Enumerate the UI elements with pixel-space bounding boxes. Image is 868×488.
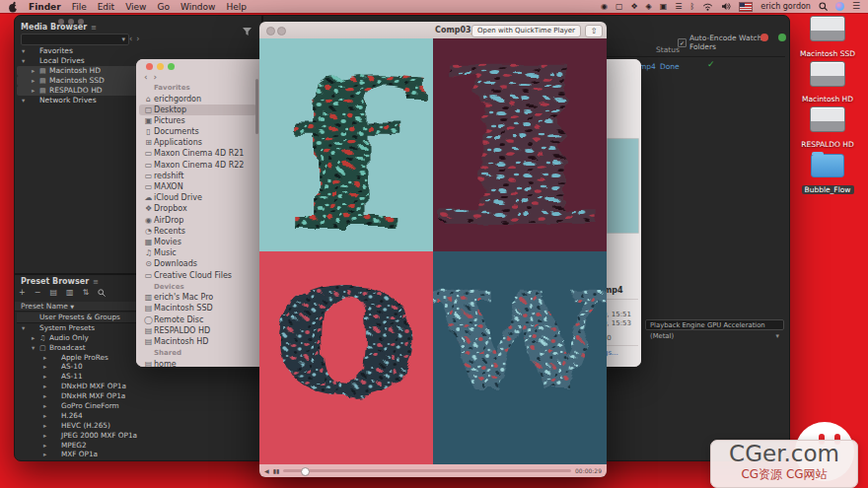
preset-row[interactable]: ▸HEVC (H.265) [17,421,259,431]
record-icon[interactable]: ◉ [601,3,608,11]
pause-icon[interactable]: ▮▮ [273,467,280,474]
remove-preset-icon[interactable]: − [35,288,41,297]
sidebar-item[interactable]: ▤Macintosh SSD [139,303,256,314]
new-group-icon[interactable]: ▤ [49,288,57,297]
preset-browser-panel-title[interactable]: Preset Browser≡ [21,277,99,286]
display-icon[interactable]: ▢ [615,3,623,11]
wifi-icon[interactable] [702,2,713,11]
sidebar-item[interactable]: ♫Music [139,247,256,258]
sidebar-item[interactable]: ⌂erichgordon [139,94,256,105]
menu-item[interactable]: View [125,2,146,12]
playback-engine-dropdown[interactable]: Playback Engine GPU Acceleration (Metal)… [645,319,784,330]
preset-row[interactable]: ▸JPEG 2000 MXF OP1a [17,431,259,441]
sidebar-item[interactable]: ⊞Applications [139,137,256,148]
sidebar-item[interactable]: ▭Creative Cloud Files [139,270,256,281]
search-icon[interactable] [819,2,828,11]
apple-menu[interactable] [8,1,18,13]
sidebar-item[interactable]: ◉AirDrop [139,215,256,226]
sidebar-item[interactable]: ▢Desktop [139,105,256,115]
sidebar-item[interactable]: ▭Maxon Cinema 4D R22 [139,160,256,171]
menu-item[interactable]: Help [226,2,247,12]
tree-row[interactable]: ▸▤Macintosh SSD [17,76,146,86]
preset-row[interactable]: ▸MXF OP1a [17,450,259,459]
share-button[interactable]: ⇧ [585,25,603,37]
back-forward-buttons[interactable]: ‹› [144,72,163,82]
preset-row[interactable]: ▸DNxHR MXF OP1a [17,391,259,401]
preset-row[interactable]: ▸QuickTime [17,459,259,461]
close-button[interactable] [266,27,275,35]
sidebar-item[interactable]: ▤Macintosh HD [139,336,256,347]
sidebar-item[interactable]: Devices [139,281,256,293]
photos-icon[interactable]: ▣ [660,3,668,11]
sidebar-item[interactable]: ▥erich's Mac Pro [139,292,256,303]
desktop-icon[interactable]: Macintosh HD [793,61,862,106]
auto-encode-checkbox-row[interactable]: ✓ Auto-Encode Watch Folders [678,34,789,51]
stop-queue-button[interactable] [760,34,768,41]
seek-knob[interactable] [301,467,310,476]
open-with-quicktime-button[interactable]: Open with QuickTime Player [471,25,581,37]
sidebar-item[interactable]: ☁iCloud Drive [139,192,256,203]
desktop-icon[interactable]: Macintosh SSD [793,16,862,61]
video-thumbnail[interactable] [607,138,639,234]
sidebar-item[interactable]: ▤home [139,359,256,367]
sidebar-item[interactable]: ▤RESPALDO HD [139,325,256,336]
menu-item[interactable]: Go [157,2,169,12]
us-flag-icon[interactable] [739,2,753,12]
preview-more-link[interactable]: gs... [604,349,641,357]
sidebar-item[interactable]: ▭Maxon Cinema 4D R21 [139,148,256,159]
back-forward-arrows[interactable]: ‹› [129,35,143,43]
preset-row[interactable]: ▸MPEG2 [17,441,259,451]
username[interactable]: erich gordon [760,2,811,11]
sidebar-item[interactable]: ▦Movies [139,237,256,247]
queue-source-file[interactable]: mp4 [639,62,656,71]
sidebar-item[interactable]: Shared [139,347,256,359]
menu-item[interactable]: Window [181,2,216,12]
menu-item[interactable]: Edit [98,2,114,12]
dropbox-icon[interactable]: ❖ [630,3,637,11]
export-preset-icon[interactable]: ⇅ [83,288,90,297]
add-preset-icon[interactable]: + [19,288,26,297]
rewind-icon[interactable]: ◀ [264,467,269,474]
siri-icon[interactable] [835,2,844,11]
start-queue-button[interactable] [778,34,786,41]
panel-menu-icon[interactable]: ≡ [91,24,97,32]
tree-row[interactable]: ▾Favorites [17,46,259,56]
desktop-icon[interactable]: Bubble_Flow [793,154,862,199]
stack-icon[interactable]: ☰ [675,3,682,11]
app-menu-finder[interactable]: Finder [29,2,61,12]
volume-icon[interactable] [721,2,731,11]
tree-row[interactable]: ▸▤RESPALDO HD [17,86,146,96]
quicklook-titlebar[interactable]: Comp03_Flow.mp4 Open with QuickTime Play… [259,22,607,39]
sidebar-item[interactable]: ◯Remote Disc [139,314,256,325]
preset-row[interactable]: ▸DNxHD MXF OP1a [17,382,259,391]
filter-icon[interactable] [243,28,252,38]
sidebar-item[interactable]: ▭redshift [139,171,256,181]
media-browser-panel-title[interactable]: Media Browser≡ [21,23,97,32]
sidebar-item[interactable]: ❖Dropbox [139,203,256,214]
preset-row[interactable]: ▸GoPro CineForm [17,401,259,411]
seek-slider[interactable] [283,469,571,472]
minimize-button[interactable] [157,63,164,70]
zoom-button[interactable] [168,63,175,70]
sidebar-scrollbar[interactable] [255,79,258,134]
sidebar-item[interactable]: ▯Documents [139,126,256,137]
close-button[interactable] [146,63,153,70]
control-center-icon[interactable]: ☰ [852,2,860,11]
preset-row[interactable]: ▸AS-11 [17,372,259,382]
sidebar-item[interactable]: ⊙Downloads [139,258,256,269]
preset-row[interactable]: ▸H.264 [17,411,259,421]
location-icon[interactable]: ◈ [646,3,652,11]
sidebar-item[interactable]: ▣Pictures [139,115,256,126]
sidebar-item[interactable]: Favorites [139,82,256,94]
media-browser-source-dropdown[interactable]: ▾ [21,34,129,45]
panel-menu-icon[interactable]: ≡ [93,278,99,286]
search-presets-icon[interactable] [98,289,106,297]
sidebar-item[interactable]: ◔Recents [139,226,256,237]
tree-row[interactable]: ▸▤Macintosh HD [17,66,146,76]
status-column-header[interactable]: Status [656,45,680,54]
menu-item[interactable]: File [72,2,87,12]
bluetooth-icon[interactable]: ᛒ [690,3,695,11]
desktop-icon[interactable]: RESPALDO HD [793,106,862,152]
import-preset-icon[interactable]: ▥ [66,288,74,297]
sidebar-item[interactable]: ▭MAXON [139,181,256,192]
